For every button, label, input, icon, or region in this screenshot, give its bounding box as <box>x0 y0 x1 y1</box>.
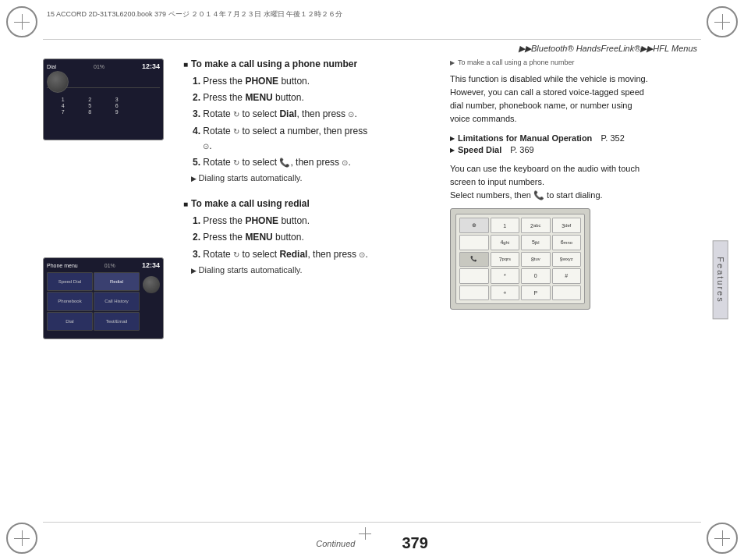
screen1-topbar: Dial 01% 12:34 <box>47 62 160 70</box>
step1-1-num: 1. <box>193 76 200 87</box>
dial-num: 1 <box>50 97 76 102</box>
dial-num <box>131 103 158 108</box>
dial-num: 3 <box>104 97 130 102</box>
dial-num: 4 <box>50 103 76 108</box>
features-label: Features <box>712 240 728 319</box>
kb-key-3: 3def <box>552 218 582 233</box>
kb-key-empty <box>459 268 489 284</box>
note-header: To make a call using a phone number <box>450 58 701 66</box>
main-content: Dial 01% 12:34 – 1 2 3 4 5 6 7 8 9 <box>43 55 701 513</box>
kb-key-9wxyz: 9wxyz <box>552 252 582 268</box>
ref-link-1: Limitations for Manual Operation P. 352 <box>450 133 701 143</box>
kb-key-8tuv: 8tuv <box>521 252 551 268</box>
kb-key-hash: # <box>552 268 582 284</box>
keyboard-inner: ⊕ 1 2abc 3def 4ghi 5jkl 6mno 📞 7pqrs 8tu… <box>455 214 585 304</box>
bottom-cross-icon <box>359 527 371 540</box>
rotate-icon-3: ↻ <box>233 158 239 167</box>
kb-key-4 <box>459 235 489 250</box>
section1-note: Dialing starts automatically. <box>191 173 434 183</box>
top-divider <box>43 39 701 40</box>
pm-dial: Dial <box>47 312 93 331</box>
step2-1: 1. Press the PHONE button. <box>193 214 434 229</box>
ref2-bold: Speed Dial <box>458 145 501 154</box>
kb-key-1: 1 <box>491 218 520 233</box>
divider1 <box>183 183 434 198</box>
screen1-time: 12:34 <box>142 62 160 70</box>
screen1-body: 1 2 3 4 5 6 7 8 9 <box>47 90 160 118</box>
crosshair-tr <box>714 14 730 30</box>
step1-3: 3. Rotate ↻ to select Dial, then press ⊙… <box>193 107 434 122</box>
screen1-label: Dial <box>47 64 56 69</box>
rotate-icon-1: ↻ <box>233 110 239 119</box>
step2-3: 3. Rotate ↻ to select Redial, then press… <box>193 247 434 262</box>
breadcrumb-text: ▶▶Bluetooth® HandsFreeLink®▶▶HFL Menus <box>519 44 697 53</box>
file-info: 15 ACCORD 2D-31T3L6200.book 379 ページ ２０１４… <box>47 9 342 19</box>
breadcrumb: ▶▶Bluetooth® HandsFreeLink®▶▶HFL Menus <box>519 44 697 54</box>
dial-screen-mockup: Dial 01% 12:34 – 1 2 3 4 5 6 7 8 9 <box>43 58 164 140</box>
press-icon-4: ⊙ <box>359 250 365 259</box>
phone-icon-1: 📞 <box>279 158 290 167</box>
kb-key-empty3 <box>552 285 582 301</box>
crosshair-tl <box>14 14 30 30</box>
screenshots-column: Dial 01% 12:34 – 1 2 3 4 5 6 7 8 9 <box>43 55 168 513</box>
step2-1-num: 1. <box>193 215 200 226</box>
ref1-page: P. 352 <box>601 133 624 143</box>
dial-num: 9 <box>104 109 130 115</box>
screen2-indicator: 01% <box>105 263 115 268</box>
step2-3-bold: Redial <box>279 249 307 260</box>
kb-key-7: 6mno <box>552 235 582 250</box>
step1-1-bold: PHONE <box>245 76 278 87</box>
section2-steps: 1. Press the PHONE button. 2. Press the … <box>193 214 434 262</box>
screen2-time: 12:34 <box>142 261 160 269</box>
press-icon-3: ⊙ <box>342 158 348 167</box>
section1-steps: 1. Press the PHONE button. 2. Press the … <box>193 74 434 170</box>
screen2-topbar: Phone menu 01% 12:34 <box>47 261 160 269</box>
kb-key-special: ⊕ <box>459 218 489 233</box>
step1-5-num: 5. <box>193 157 200 168</box>
page-number: 379 <box>402 534 427 552</box>
kb-key-star: * <box>491 268 520 284</box>
dial-num: 5 <box>77 103 104 108</box>
step1-4-num: 4. <box>193 126 200 136</box>
bottom-crosshair <box>359 527 371 540</box>
kb-key-empty2 <box>459 285 489 301</box>
step1-2: 2. Press the MENU button. <box>193 90 434 105</box>
dial-num <box>131 97 158 102</box>
note-body1: This function is disabled while the vehi… <box>450 73 701 126</box>
section1-title: To make a call using a phone number <box>183 58 434 69</box>
kb-key-0: 0 <box>521 268 551 284</box>
rotate-icon-4: ↻ <box>233 250 239 259</box>
screen2-label: Phone menu <box>47 263 78 268</box>
keyboard-mockup: ⊕ 1 2abc 3def 4ghi 5jkl 6mno 📞 7pqrs 8tu… <box>450 208 590 310</box>
phone-menu-screen-mockup: Phone menu 01% 12:34 Speed Dial Redial P… <box>43 257 164 339</box>
bottom-divider <box>43 522 701 523</box>
pm-speed-dial: Speed Dial <box>47 272 93 291</box>
step2-2: 2. Press the MENU button. <box>193 230 434 245</box>
screen2-body: Speed Dial Redial Phonebook Call History… <box>47 272 160 331</box>
ref1-bold: Limitations for Manual Operation <box>458 133 592 143</box>
step1-4: 4. Rotate ↻ to select a number, then pre… <box>193 124 434 154</box>
screen1-indicator: 01% <box>94 64 105 69</box>
instructions-column: To make a call using a phone number 1. P… <box>183 55 434 513</box>
dial-num <box>131 109 158 115</box>
dial-knob <box>47 71 69 93</box>
pm-call-history: Call History <box>94 292 140 310</box>
step2-1-bold: PHONE <box>245 215 278 226</box>
kb-call-icon: 📞 <box>459 252 489 268</box>
section2-note: Dialing starts automatically. <box>191 265 434 275</box>
dial-num: 7 <box>50 109 76 115</box>
step2-3-num: 3. <box>193 249 200 260</box>
kb-key-2: 2abc <box>521 218 551 233</box>
ref-link-2: Speed Dial P. 369 <box>450 145 701 154</box>
kb-key-5: 4ghi <box>491 235 520 250</box>
dial-num: 8 <box>77 109 104 115</box>
rotate-icon-2: ↻ <box>233 127 239 136</box>
step1-2-num: 2. <box>193 92 200 103</box>
dial-num: 6 <box>104 103 130 108</box>
pm-text-email: Text/Email <box>94 312 140 331</box>
step1-1: 1. Press the PHONE button. <box>193 74 434 89</box>
step1-5: 5. Rotate ↻ to select 📞, then press ⊙. <box>193 155 434 170</box>
kb-key-6: 5jkl <box>521 235 551 250</box>
section2-title: To make a call using redial <box>183 198 434 209</box>
kb-key-plus: + <box>491 285 520 301</box>
